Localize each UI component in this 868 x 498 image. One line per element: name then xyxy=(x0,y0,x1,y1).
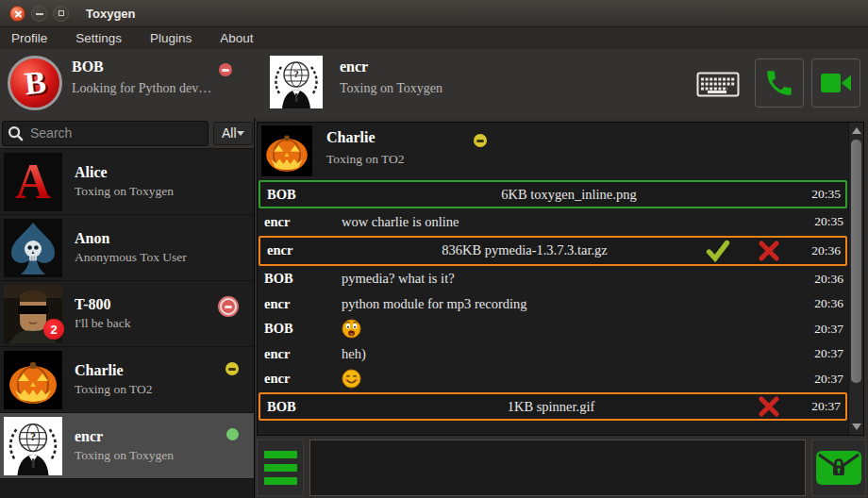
contact-status-message: I'll be back xyxy=(75,316,130,331)
message-author: BOB xyxy=(258,271,342,287)
message-text: heh) xyxy=(342,346,796,362)
audio-call-button[interactable] xyxy=(755,58,804,108)
message-time: 20:36 xyxy=(793,243,845,258)
file-transfer-row: encr 836KB pymedia-1.3.7.3.tar.gz 20:36 xyxy=(259,236,847,266)
message-row: encr heh) 20:37 xyxy=(258,341,848,367)
contact-status-message: Toxing on Toxygen xyxy=(75,448,174,463)
contact-filter-value: All xyxy=(222,125,237,141)
unread-count-badge: 2 xyxy=(43,319,64,340)
video-camera-icon xyxy=(819,70,853,96)
self-name: BOB xyxy=(72,58,104,75)
message-author: encr xyxy=(258,296,342,312)
search-row: All xyxy=(0,118,254,149)
smile-smiley-icon xyxy=(342,369,361,389)
message-time: 20:36 xyxy=(796,272,848,287)
maximize-window-icon[interactable] xyxy=(53,6,69,22)
encrypted-envelope-send-icon xyxy=(815,450,862,486)
message-row: BOB pymedia? what is it? 20:36 xyxy=(258,267,848,292)
charlie-avatar xyxy=(4,351,62,409)
message-time: 20:37 xyxy=(796,372,848,387)
contact-row-encr[interactable]: encr Toxing on Toxygen xyxy=(0,413,254,479)
message-time: 20:35 xyxy=(796,214,848,229)
encr-avatar xyxy=(4,417,62,475)
title-bar: Toxygen xyxy=(0,0,868,27)
message-time: 20:36 xyxy=(796,296,848,311)
anon-avatar xyxy=(4,219,62,277)
toxygen-window: Toxygen Profile Settings Plugins About B… xyxy=(0,0,868,498)
self-status-message: Looking for Python dev… xyxy=(72,81,211,96)
busy-status-icon xyxy=(218,296,239,317)
chat-header-name: Charlie xyxy=(326,129,376,146)
menu-settings[interactable]: Settings xyxy=(75,31,122,45)
message-row: encr 20:37 xyxy=(258,367,848,392)
contact-filter-dropdown[interactable]: All xyxy=(213,122,253,145)
file-transfer-row: BOB 6KB toxygen_inline.png 20:35 xyxy=(259,180,847,208)
away-status-icon xyxy=(474,134,487,147)
message-text: wow charlie is online xyxy=(342,214,796,230)
typing-keyboard-icon xyxy=(696,72,740,97)
message-author: BOB xyxy=(260,187,344,203)
contact-row-charlie[interactable]: Charlie Toxing on TO2 xyxy=(0,347,254,413)
attachments-menu-button[interactable] xyxy=(257,440,304,496)
menu-plugins[interactable]: Plugins xyxy=(150,31,192,45)
contact-name: Charlie xyxy=(75,362,153,379)
message-composer xyxy=(257,440,866,496)
message-author: BOB xyxy=(260,399,344,415)
message-row: encr wow charlie is online 20:35 xyxy=(258,209,848,235)
active-contact-name: encr xyxy=(340,58,368,75)
search-box xyxy=(2,121,209,146)
chat-column: Charlie Toxing on TO2 BOB 6KB toxygen_in… xyxy=(256,118,868,498)
search-icon xyxy=(8,125,24,141)
message-time: 20:37 xyxy=(796,322,848,337)
chat-group-header: Charlie Toxing on TO2 xyxy=(258,123,863,179)
message-input[interactable] xyxy=(309,440,806,496)
top-panel: B BOB Looking for Python dev… encr Toxin… xyxy=(0,49,868,119)
chat-history: Charlie Toxing on TO2 BOB 6KB toxygen_in… xyxy=(257,122,864,436)
message-time: 20:35 xyxy=(793,187,845,202)
chat-scrollbar xyxy=(848,123,863,435)
window-title: Toxygen xyxy=(86,7,136,21)
active-contact-avatar xyxy=(270,56,323,108)
chevron-down-icon xyxy=(237,131,244,136)
menu-profile[interactable]: Profile xyxy=(11,31,47,45)
message-time: 20:37 xyxy=(796,346,848,361)
menu-bar: Profile Settings Plugins About xyxy=(0,27,868,49)
file-transfer-row: BOB 1KB spinner.gif 20:37 xyxy=(259,392,847,421)
active-contact-status-message: Toxing on Toxygen xyxy=(340,81,442,96)
charlie-avatar xyxy=(261,125,312,176)
contact-name: encr xyxy=(75,428,174,445)
decline-file-icon[interactable] xyxy=(758,240,780,262)
minimize-window-icon[interactable] xyxy=(31,6,47,22)
message-author: encr xyxy=(258,346,342,362)
scroll-up-icon[interactable] xyxy=(852,127,861,134)
alice-avatar: A xyxy=(4,153,62,211)
accept-file-icon[interactable] xyxy=(705,239,731,263)
menu-about[interactable]: About xyxy=(220,31,253,45)
message-list: BOB 6KB toxygen_inline.png 20:35 encr wo… xyxy=(258,179,848,435)
contact-status-message: Toxing on TO2 xyxy=(75,382,153,397)
shocked-smiley-icon xyxy=(342,319,361,339)
scroll-down-icon[interactable] xyxy=(852,423,861,430)
contact-status-message: Anonymous Tox User xyxy=(75,250,187,265)
file-name: 6KB toxygen_inline.png xyxy=(344,187,793,203)
self-busy-status-icon xyxy=(219,63,232,76)
video-call-button[interactable] xyxy=(811,58,860,108)
contact-name: T-800 xyxy=(75,296,130,313)
contact-row-alice[interactable]: A Alice Toxing on Toxygen xyxy=(0,149,254,215)
self-avatar[interactable]: B xyxy=(8,56,62,110)
close-window-icon[interactable] xyxy=(9,6,25,22)
send-message-button[interactable] xyxy=(811,440,866,496)
online-status-icon xyxy=(226,428,239,440)
contact-status-message: Toxing on Toxygen xyxy=(75,184,174,199)
message-row: encr python module for mp3 recording 20:… xyxy=(258,291,848,317)
cancel-file-icon[interactable] xyxy=(758,395,780,418)
contact-row-anon[interactable]: Anon Anonymous Tox User xyxy=(0,215,254,281)
message-author: encr xyxy=(260,242,344,258)
message-text: python module for mp3 recording xyxy=(342,296,796,312)
message-author: BOB xyxy=(258,321,342,337)
scrollbar-thumb[interactable] xyxy=(851,140,861,383)
contact-name: Alice xyxy=(75,164,174,181)
contact-row-t800[interactable]: T-800 I'll be back 2 xyxy=(0,281,254,347)
search-input[interactable] xyxy=(28,124,203,141)
hamburger-menu-icon xyxy=(264,451,297,458)
